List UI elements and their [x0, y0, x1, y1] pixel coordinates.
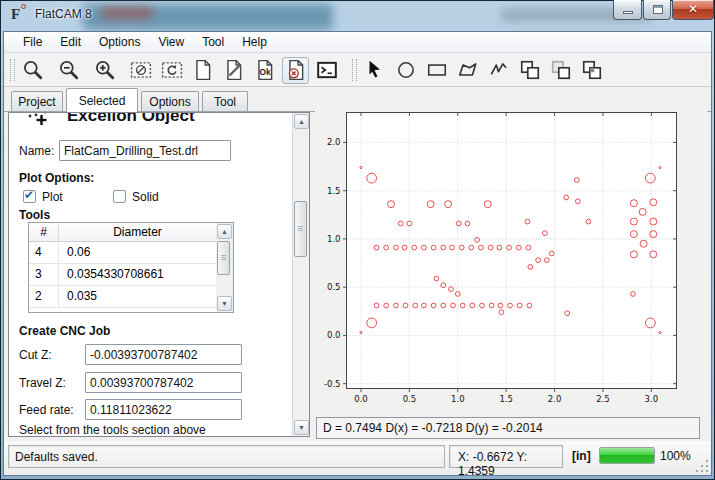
menu-help[interactable]: Help: [233, 32, 276, 52]
tab-options[interactable]: Options: [141, 91, 199, 111]
scroll-down-icon[interactable]: ▼: [294, 420, 309, 435]
draw-polygon-button[interactable]: [454, 57, 481, 84]
menu-options[interactable]: Options: [90, 32, 149, 52]
zoom-in-button[interactable]: [91, 57, 118, 84]
zoom-in-icon: [94, 59, 116, 81]
union-tool-button[interactable]: [516, 57, 543, 84]
svg-text:2.0: 2.0: [548, 394, 562, 404]
travelz-label: Travel Z:: [19, 376, 66, 390]
menu-file[interactable]: File: [14, 32, 51, 52]
tab-selected[interactable]: Selected: [66, 88, 138, 112]
name-input[interactable]: [59, 140, 231, 161]
table-scrollbar-thumb[interactable]: [217, 241, 230, 275]
toolbar: Ok: [4, 54, 711, 87]
plot-figure[interactable]: 0.00.51.01.52.02.53.0-0.50.00.51.01.52.0: [315, 104, 707, 415]
col-header-num[interactable]: #: [29, 223, 59, 241]
plot-canvas[interactable]: 0.00.51.01.52.02.53.0-0.50.00.51.01.52.0: [315, 104, 707, 415]
cutz-input[interactable]: [85, 344, 242, 365]
scroll-up-icon[interactable]: ▲: [217, 224, 232, 239]
delete-file-button[interactable]: [282, 57, 309, 84]
travelz-field-row: Travel Z:: [17, 372, 257, 394]
resize-grip-icon[interactable]: [696, 460, 709, 473]
table-scrollbar[interactable]: ▲ ▼: [216, 223, 233, 312]
excellon-drill-icon: [27, 113, 49, 128]
solid-checkbox-label[interactable]: Solid: [132, 190, 159, 204]
shell-icon: [316, 59, 338, 81]
table-row[interactable]: 3 0.0354330708661: [29, 264, 216, 286]
titlebar[interactable]: F FlatCAM 8 ✕: [3, 0, 712, 31]
panel-scrollbar-thumb[interactable]: [294, 201, 307, 257]
solid-checkbox[interactable]: [113, 190, 126, 203]
feedrate-label: Feed rate:: [19, 403, 74, 417]
subtract-tool-icon: [581, 59, 603, 81]
draw-circle-button[interactable]: [392, 57, 419, 84]
svg-text:1.0: 1.0: [327, 234, 341, 244]
progress-bar: [599, 447, 655, 464]
menu-view[interactable]: View: [149, 32, 193, 52]
draw-rectangle-button[interactable]: [423, 57, 450, 84]
tools-table: # Diameter 4 0.06 3 0.0354330708661 2 0.…: [28, 222, 234, 313]
name-label: Name:: [19, 144, 54, 158]
zoom-fit-icon: [22, 59, 44, 81]
plot-options-label: Plot Options:: [19, 171, 94, 185]
flatcam-logo-icon: F: [11, 6, 29, 24]
col-header-diameter[interactable]: Diameter: [59, 223, 216, 241]
subtract-tool-button[interactable]: [578, 57, 605, 84]
travelz-input[interactable]: [85, 372, 242, 393]
svg-text:0.0: 0.0: [327, 330, 341, 340]
menu-tool[interactable]: Tool: [193, 32, 233, 52]
minimize-button[interactable]: [613, 0, 642, 20]
units-indicator: [in]: [572, 449, 591, 463]
panel-scrollbar[interactable]: ▲ ▼: [292, 113, 309, 436]
zoom-out-button[interactable]: [55, 57, 82, 84]
feedrate-input[interactable]: [85, 399, 242, 420]
plot-checkbox-label[interactable]: Plot: [42, 190, 63, 204]
intersect-tool-icon: [550, 59, 572, 81]
plot-checkbox[interactable]: [23, 190, 36, 203]
svg-text:0.5: 0.5: [403, 394, 417, 404]
maximize-button[interactable]: [643, 0, 671, 20]
ok-file-icon: Ok: [254, 59, 276, 81]
cutz-label: Cut Z:: [19, 348, 52, 362]
svg-text:-0.5: -0.5: [324, 379, 341, 389]
draw-circle-icon: [395, 59, 417, 81]
ok-file-button[interactable]: Ok: [251, 57, 278, 84]
select-tool-icon: [364, 59, 386, 81]
menu-edit[interactable]: Edit: [51, 32, 90, 52]
select-tool-button[interactable]: [361, 57, 388, 84]
mouse-coordinates: X: -0.6672 Y: 1.4359: [449, 445, 563, 468]
feedrate-field-row: Feed rate:: [17, 399, 257, 421]
tab-project[interactable]: Project: [11, 91, 63, 111]
flatcam-window: F FlatCAM 8 ✕ File Edit Options View Too…: [0, 0, 715, 480]
zoom-out-icon: [58, 59, 80, 81]
window-title: FlatCAM 8: [35, 7, 92, 21]
new-file-icon: [192, 59, 214, 81]
selected-panel: Excellon Object Name: Plot Options: Plot…: [8, 112, 310, 437]
intersect-tool-button[interactable]: [547, 57, 574, 84]
cell-tool-diameter: 0.06: [59, 242, 216, 263]
table-row[interactable]: 4 0.06: [29, 242, 216, 264]
new-file-button[interactable]: [189, 57, 216, 84]
scroll-down-icon[interactable]: ▼: [217, 296, 232, 311]
tools-table-header: # Diameter: [29, 223, 216, 242]
draw-polygon-icon: [457, 59, 479, 81]
delete-file-icon: [285, 59, 307, 81]
tab-tool[interactable]: Tool: [202, 91, 248, 111]
svg-text:0.0: 0.0: [354, 394, 368, 404]
cell-tool-diameter: 0.035: [59, 286, 216, 307]
replot-button[interactable]: [158, 57, 185, 84]
clear-plot-button[interactable]: [127, 57, 154, 84]
svg-text:1.5: 1.5: [499, 394, 513, 404]
edit-file-button[interactable]: [220, 57, 247, 84]
cell-tool-num: 4: [29, 242, 59, 263]
zoom-fit-button[interactable]: [19, 57, 46, 84]
draw-polyline-button[interactable]: [485, 57, 512, 84]
scroll-up-icon[interactable]: ▲: [294, 114, 309, 129]
table-row[interactable]: 2 0.035: [29, 286, 216, 308]
plot-coordinates-readout: D = 0.7494 D(x) = -0.7218 D(y) = -0.2014: [316, 417, 700, 439]
toolbar-grip[interactable]: [10, 59, 15, 81]
toolbar-grip[interactable]: [352, 59, 357, 81]
minimize-icon: [623, 11, 633, 14]
shell-button[interactable]: [313, 57, 340, 84]
close-button[interactable]: ✕: [672, 0, 714, 20]
